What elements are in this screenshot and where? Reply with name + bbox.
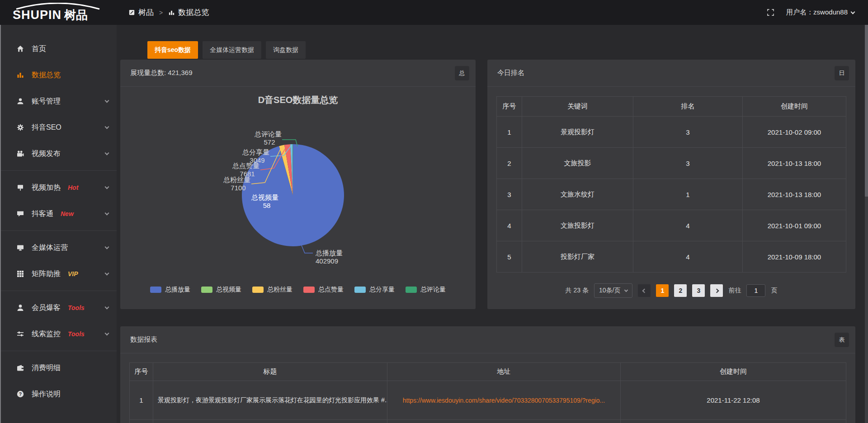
report-table: 序号 标题 地址 创建时间 1 景观投影灯，夜游景观投影灯厂家展示展示落花灯在花… [129, 362, 846, 423]
tab-douyin-seo-data[interactable]: 抖音seo数据 [147, 41, 198, 59]
sidebar-item-help[interactable]: ? 操作说明 [1, 381, 117, 407]
pie-label-fans-name: 总粉丝量 [223, 176, 250, 183]
chart-title: D音SEO数据量总览 [258, 95, 338, 105]
sidebar-item-data-overview[interactable]: 数据总览 [1, 62, 117, 88]
tab-inquiry-data[interactable]: 询盘数据 [266, 41, 306, 59]
sidebar-item-matrix-boost[interactable]: 矩阵助推 VIP [1, 261, 117, 287]
sidebar-item-douyin-seo[interactable]: 抖音SEO [1, 114, 117, 141]
sidebar-item-account[interactable]: 账号管理 [1, 88, 117, 114]
pie-label-likes-name: 总点赞量 [232, 162, 259, 169]
legend-item-play[interactable]: 总播放量 [150, 286, 190, 294]
total-count-label: 共 23 条 [566, 287, 589, 295]
table-header-row: 序号 标题 地址 创建时间 [130, 363, 846, 381]
legend-swatch [201, 287, 212, 293]
goto-label: 前往 [728, 287, 741, 295]
gear-icon [16, 123, 24, 132]
sidebar-item-video-heat[interactable]: 视频加热 Hot [1, 174, 117, 201]
page-button-2[interactable]: 2 [674, 284, 687, 297]
legend-item-shares[interactable]: 总分享量 [354, 286, 395, 294]
table-row [130, 420, 846, 423]
legend-item-likes[interactable]: 总点赞量 [303, 286, 344, 294]
pie-label-play-value: 402909 [316, 257, 338, 265]
total-view-badge[interactable]: 总 [455, 66, 469, 80]
breadcrumb-current[interactable]: 数据总览 [168, 7, 209, 18]
report-row-title: 景观投影灯，夜游景观投影灯厂家展示展示落花灯在花园里的灯光投影应用效果 #... [153, 381, 387, 420]
table-row: 3 文旅水纹灯 1 2021-10-13 18:00 [497, 179, 846, 210]
vip-badge: VIP [68, 270, 78, 277]
breadcrumb-separator: > [159, 9, 163, 16]
legend-swatch [252, 287, 264, 293]
user-menu[interactable]: 用户名：zswodun88 [786, 8, 854, 17]
sidebar-item-media-operation[interactable]: 全媒体运营 [1, 235, 117, 261]
chevron-left-icon [642, 288, 646, 293]
legend-swatch [150, 287, 161, 293]
table-row: 1 景观投影灯，夜游景观投影灯厂家展示展示落花灯在花园里的灯光投影应用效果 #.… [130, 381, 846, 420]
scrollbar[interactable] [865, 25, 868, 423]
sidebar: 首页 数据总览 账号管理 抖音SEO 视频发布 视频加热 Hot 抖客通 New… [0, 25, 117, 423]
sidebar-item-member-explode[interactable]: 会员爆客 Tools [1, 295, 117, 321]
table-view-badge[interactable]: 表 [835, 333, 849, 347]
breadcrumb-root[interactable]: 树品 [128, 7, 154, 18]
logo-text: SHUPIN [13, 8, 61, 22]
next-page-button[interactable] [710, 284, 723, 297]
chevron-down-icon [105, 271, 109, 276]
chevron-down-icon [105, 245, 109, 249]
wallet-icon [16, 364, 24, 372]
overview-panel: 展现量总数: 421,369 总 D音SEO数据量总览 总评论量 [120, 60, 476, 309]
sliders-icon [16, 330, 24, 338]
page-size-select[interactable]: 10条/页 [594, 283, 632, 298]
leader-line-play [302, 245, 313, 253]
fullscreen-icon[interactable] [767, 9, 774, 16]
goto-page-input[interactable] [746, 284, 765, 297]
table-row: 1 景观投影灯 3 2021-10-02 09:00 [497, 117, 846, 148]
sidebar-item-douketong[interactable]: 抖客通 New [1, 201, 117, 227]
tools-badge: Tools [68, 330, 85, 338]
report-panel: 数据报表 表 序号 标题 地址 创建时间 1 景观投影灯，夜游景观投影灯厂家展示… [120, 326, 855, 423]
impressions-total-label: 展现量总数: 421,369 [130, 69, 193, 77]
sidebar-item-consumption[interactable]: 消费明细 [1, 355, 117, 381]
report-row-link[interactable]: https://www.iesdouyin.com/share/video/70… [403, 397, 605, 404]
pie-label-shares-name: 总分享量 [242, 148, 269, 156]
report-title: 数据报表 [130, 335, 157, 344]
pie-label-comments-value: 572 [264, 138, 275, 146]
main-content: 抖音seo数据 全媒体运营数据 询盘数据 展现量总数: 421,369 总 D音… [117, 25, 868, 423]
seo-pie-chart: D音SEO数据量总览 总评论量 572 总分享量 3049 [120, 87, 476, 277]
page-button-1[interactable]: 1 [656, 284, 669, 297]
chevron-down-icon [105, 211, 109, 216]
logo-cjk: 树品 [64, 8, 88, 22]
sidebar-item-home[interactable]: 首页 [1, 36, 117, 62]
sidebar-divider [1, 291, 117, 291]
table-row: 5 投影灯厂家 4 2021-10-09 18:00 [497, 241, 846, 273]
bar-chart-icon [168, 9, 175, 16]
legend-item-comments[interactable]: 总评论量 [406, 286, 446, 294]
chevron-down-icon [624, 288, 628, 291]
tab-media-operation-data[interactable]: 全媒体运营数据 [203, 41, 261, 59]
legend-item-video[interactable]: 总视频量 [201, 286, 241, 294]
question-circle-icon: ? [16, 390, 24, 398]
topbar: SHUPIN树品 树品 > 数据总览 用户名：zswodun88 [0, 0, 868, 25]
app-square-icon [128, 9, 135, 16]
sidebar-item-video-publish[interactable]: 视频发布 [1, 141, 117, 167]
user-icon [16, 97, 24, 105]
person-icon [16, 304, 24, 312]
scrollbar-thumb[interactable] [865, 25, 868, 197]
table-row: 4 文旅投影灯 4 2021-10-01 09:00 [497, 210, 846, 241]
chevron-down-icon [105, 151, 109, 155]
chart-legend: 总播放量 总视频量 总粉丝量 总点赞量 总分享量 总评论量 [120, 286, 476, 294]
svg-text:?: ? [19, 391, 22, 397]
chevron-right-icon [714, 288, 719, 293]
chat-bubble-icon [16, 210, 24, 218]
chevron-down-icon [105, 305, 109, 310]
sidebar-item-lead-monitor[interactable]: 线索监控 Tools [1, 321, 117, 347]
daily-view-badge[interactable]: 日 [835, 66, 849, 80]
table-header-row: 序号 关键词 排名 创建时间 [497, 97, 846, 117]
data-tabs: 抖音seo数据 全媒体运营数据 询盘数据 [147, 41, 868, 59]
prev-page-button[interactable] [638, 284, 651, 297]
ranking-table: 序号 关键词 排名 创建时间 1 景观投影灯 3 2021-10-02 09:0… [496, 96, 846, 273]
legend-item-fans[interactable]: 总粉丝量 [252, 286, 292, 294]
hot-badge: Hot [68, 184, 78, 191]
pie-label-video-name: 总视频量 [251, 193, 278, 201]
page-button-3[interactable]: 3 [692, 284, 705, 297]
app-logo[interactable]: SHUPIN树品 [0, 2, 117, 23]
monitor-icon [16, 244, 24, 252]
